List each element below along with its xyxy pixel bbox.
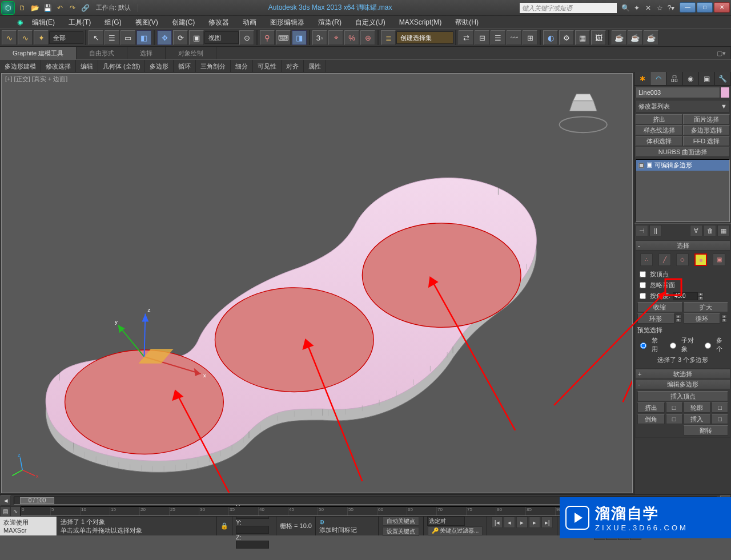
time-slider-thumb[interactable]: 0 / 100 (20, 497, 54, 504)
ribbon-tab-paint[interactable]: 对象绘制 (166, 47, 216, 59)
window-crossing-icon[interactable]: ◧ (136, 30, 151, 45)
maxscript-mini[interactable]: 欢迎使用 MAXScr (0, 517, 57, 535)
trackbar-mini-icon[interactable]: ▤ (0, 506, 10, 517)
mod-extrude[interactable]: 挤出 (636, 114, 682, 124)
angle-input[interactable] (673, 292, 698, 300)
minimize-button[interactable]: — (680, 2, 696, 13)
schematic-icon[interactable]: ⊞ (523, 30, 537, 45)
menu-views[interactable]: 视图(V) (128, 16, 165, 29)
menu-modifiers[interactable]: 修改器 (202, 16, 236, 29)
ribbon-tab-selection[interactable]: 选择 (127, 47, 166, 59)
vertex-mode-icon[interactable]: ∴ (640, 253, 653, 266)
selection-filter[interactable]: 全部 (49, 31, 83, 44)
ref-coord[interactable]: 视图 (204, 31, 239, 44)
spinner-snap-icon[interactable]: ⊕ (360, 30, 375, 45)
menu-graph[interactable]: 图形编辑器 (263, 16, 311, 29)
rib-edit[interactable]: 编辑 (76, 60, 98, 72)
menu-create[interactable]: 创建(C) (165, 16, 202, 29)
redo-icon[interactable]: ↷ (66, 2, 79, 14)
render-prod-icon[interactable]: 🖼 (591, 30, 606, 45)
rib-subdiv[interactable]: 细分 (231, 60, 253, 72)
mod-patchsel[interactable]: 面片选择 (683, 114, 730, 124)
rib-props[interactable]: 属性 (304, 60, 326, 72)
menu-animation[interactable]: 动画 (236, 16, 263, 29)
viewport[interactable]: [+] [正交] [真实 + 边面] x z (1, 73, 633, 493)
motion-tab-icon[interactable]: ◉ (683, 72, 699, 85)
menu-custom[interactable]: 自定义(U) (348, 16, 392, 29)
app-menu-icon[interactable]: ◉ (15, 16, 25, 29)
snap3-icon[interactable]: 3∩ (312, 30, 327, 45)
teapot3-icon[interactable]: ☕ (644, 30, 658, 45)
rib-vis[interactable]: 可见性 (253, 60, 282, 72)
inset-button[interactable]: 插入 (684, 414, 711, 424)
flip-button[interactable]: 翻转 (684, 425, 729, 436)
workspace-label[interactable]: 工作台: 默认 (96, 3, 131, 12)
play-icon[interactable]: ▸ (516, 517, 528, 528)
manip-icon[interactable]: ⚲ (260, 30, 275, 45)
rib-align[interactable]: 对齐 (282, 60, 304, 72)
open-icon[interactable]: 📂 (29, 2, 41, 14)
material-icon[interactable]: ◐ (543, 30, 558, 45)
key-filters[interactable]: 关键点过滤器... (440, 527, 479, 535)
outline-settings[interactable]: □ (712, 402, 728, 413)
ribbon-collapse-icon[interactable]: ▢▾ (712, 47, 731, 59)
add-time-tag[interactable]: 添加时间标记 (319, 526, 375, 534)
unlink-icon[interactable]: ∿ (18, 30, 33, 45)
search-input[interactable]: 键入关键字或短语 (520, 3, 617, 13)
coord-y[interactable] (236, 526, 269, 534)
search-icon[interactable]: 🔍 (620, 3, 630, 13)
next-frame-icon[interactable]: ▸ (529, 517, 540, 528)
select-name-icon[interactable]: ☰ (105, 30, 119, 45)
outline-button[interactable]: 轮廓 (684, 402, 711, 413)
new-icon[interactable]: 🗋 (16, 2, 29, 14)
rollout-editpoly-head[interactable]: -编辑多边形 (635, 379, 730, 389)
lock-icon[interactable]: 🔒 (217, 517, 232, 535)
close-button[interactable]: ✕ (714, 2, 730, 13)
prev-frame-icon[interactable]: ◂ (504, 517, 515, 528)
mod-volsel[interactable]: 体积选择 (636, 136, 682, 146)
stack-toggle-icon[interactable] (638, 163, 644, 168)
menu-edit[interactable]: 编辑(E) (25, 16, 62, 29)
select-link-icon[interactable]: ∿ (2, 30, 17, 45)
mod-ffdsel[interactable]: FFD 选择 (683, 136, 730, 146)
angle-snap-icon[interactable]: ⌖ (328, 30, 343, 45)
menu-help[interactable]: 帮助(H) (448, 16, 485, 29)
app-icon[interactable]: ⬡ (1, 1, 15, 15)
set-key-button[interactable]: 设置关键点 (383, 527, 419, 536)
select-icon[interactable]: ↖ (89, 30, 103, 45)
bind-spacewarp-icon[interactable]: ✦ (34, 30, 49, 45)
stack-item-editpoly[interactable]: ▣ 可编辑多边形 (636, 160, 729, 171)
ignore-back-check[interactable] (640, 282, 646, 288)
extrude-button[interactable]: 挤出 (637, 402, 665, 413)
rib-modsel[interactable]: 修改选择 (41, 60, 76, 72)
move-icon[interactable]: ✥ (157, 30, 172, 45)
percent-snap-icon[interactable]: % (344, 30, 359, 45)
by-angle-check[interactable] (640, 293, 646, 299)
menu-render[interactable]: 渲染(R) (311, 16, 348, 29)
preview-multi-radio[interactable] (705, 343, 711, 349)
make-unique-icon[interactable]: ∀ (690, 225, 702, 236)
element-mode-icon[interactable]: ▣ (713, 253, 725, 266)
menu-group[interactable]: 组(G) (98, 16, 128, 29)
menu-maxscript[interactable]: MAXScript(M) (392, 16, 449, 29)
bevel-button[interactable]: 倒角 (637, 414, 665, 424)
grow-button[interactable]: 扩大 (684, 302, 729, 312)
snap-icon[interactable]: ◨ (292, 30, 307, 45)
preview-off-radio[interactable] (640, 343, 646, 349)
undo-icon[interactable]: ↶ (54, 2, 66, 14)
mod-polysel[interactable]: 多边形选择 (683, 125, 730, 135)
insert-vertex-button[interactable]: 插入顶点 (637, 391, 728, 401)
object-name-input[interactable] (636, 87, 720, 98)
goto-start-icon[interactable]: |◂ (491, 517, 503, 528)
remove-mod-icon[interactable]: 🗑 (704, 225, 716, 236)
trackbar-curve-icon[interactable]: ∿ (10, 506, 21, 517)
layers-icon[interactable]: ☰ (491, 30, 505, 45)
rib-tri[interactable]: 三角剖分 (196, 60, 231, 72)
configure-icon[interactable]: ▦ (717, 225, 730, 236)
curve-editor-icon[interactable]: 〰 (507, 30, 521, 45)
ribbon-tab-freeform[interactable]: 自由形式 (77, 47, 127, 59)
edit-named-icon[interactable]: ≣ (381, 30, 396, 45)
help-icon[interactable]: ?▾ (666, 3, 676, 13)
exchange-icon[interactable]: ✕ (643, 3, 653, 13)
hierarchy-tab-icon[interactable]: 品 (666, 72, 682, 85)
